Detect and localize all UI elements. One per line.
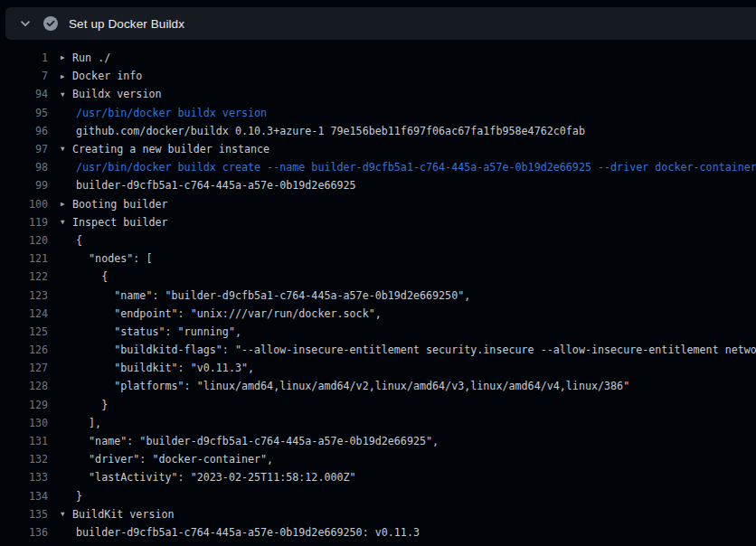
log-line: 126 "buildkitd-flags": "--allow-insecure… (0, 341, 756, 359)
line-content: "driver": "docker-container", (72, 453, 273, 466)
line-content: BuildKit version (72, 508, 175, 521)
log-line[interactable]: 100 ▶ Booting builder (0, 195, 756, 213)
line-number[interactable]: 94 (0, 88, 48, 100)
line-number[interactable]: 120 (0, 234, 48, 247)
step-title: Set up Docker Buildx (69, 17, 184, 31)
triangle-down-icon: ▼ (61, 146, 72, 153)
line-number[interactable]: 134 (0, 490, 48, 503)
line-number[interactable]: 119 (0, 216, 48, 229)
line-content: "buildkitd-flags": "--allow-insecure-ent… (72, 344, 756, 356)
line-content: { (72, 234, 82, 247)
log-line: 122 { (0, 268, 756, 286)
check-circle-icon (43, 16, 58, 31)
line-number[interactable]: 126 (0, 344, 48, 356)
line-content: builder-d9cfb5a1-c764-445a-a57e-0b19d2e6… (72, 526, 420, 539)
log-line: 123 "name": "builder-d9cfb5a1-c764-445a-… (0, 286, 756, 304)
line-number[interactable]: 128 (0, 380, 48, 392)
log-line: 129 } (0, 396, 756, 414)
line-number[interactable]: 1 (0, 52, 48, 64)
log-line: 127 "buildkit": "v0.11.3", (0, 359, 756, 377)
triangle-down-icon: ▼ (61, 219, 72, 226)
line-content: Buildx version (72, 88, 162, 100)
line-number[interactable]: 131 (0, 435, 48, 447)
line-content: "platforms": "linux/amd64,linux/amd64/v2… (72, 380, 629, 392)
line-number[interactable]: 136 (0, 526, 48, 539)
log-line[interactable]: 1 ▶ Run ./ (0, 49, 756, 67)
log-line: 98 /usr/bin/docker buildx create --name … (0, 158, 756, 176)
line-number[interactable]: 127 (0, 362, 48, 374)
line-number[interactable]: 96 (0, 125, 48, 137)
line-number[interactable]: 121 (0, 252, 48, 265)
line-number[interactable]: 95 (0, 107, 48, 119)
log-line: 95 /usr/bin/docker buildx version (0, 104, 756, 122)
triangle-down-icon: ▼ (61, 511, 72, 518)
line-content: "lastActivity": "2023-02-25T11:58:12.000… (72, 471, 356, 484)
line-number[interactable]: 122 (0, 270, 48, 283)
line-content: "name": "builder-d9cfb5a1-c764-445a-a57e… (72, 435, 439, 447)
log-line[interactable]: 97 ▼ Creating a new builder instance (0, 140, 756, 158)
chevron-down-icon (18, 16, 33, 31)
line-number[interactable]: 100 (0, 198, 48, 211)
line-content: } (72, 490, 82, 503)
triangle-right-icon: ▶ (61, 54, 72, 61)
line-number[interactable]: 97 (0, 143, 48, 155)
log-lines: 1 ▶ Run ./ 7 ▶ Docker info 94 ▼ Buildx v… (0, 49, 756, 546)
log-line[interactable]: 119 ▼ Inspect builder (0, 213, 756, 231)
log-line: 131 "name": "builder-d9cfb5a1-c764-445a-… (0, 432, 756, 450)
log-line: 124 "endpoint": "unix:///var/run/docker.… (0, 305, 756, 323)
line-content: "buildkit": "v0.11.3", (72, 362, 254, 374)
line-number[interactable]: 125 (0, 325, 48, 338)
line-content: } (72, 399, 108, 411)
triangle-down-icon: ▼ (61, 91, 72, 99)
line-content: builder-d9cfb5a1-c764-445a-a57e-0b19d2e6… (72, 179, 356, 192)
log-line[interactable]: 135 ▼ BuildKit version (0, 505, 756, 523)
line-number[interactable]: 132 (0, 453, 48, 466)
line-content: "name": "builder-d9cfb5a1-c764-445a-a57e… (72, 289, 470, 302)
line-number[interactable]: 124 (0, 307, 48, 320)
line-content: "status": "running", (72, 325, 241, 338)
log-line: 133 "lastActivity": "2023-02-25T11:58:12… (0, 468, 756, 486)
line-number[interactable]: 98 (0, 161, 48, 174)
log-line: 128 "platforms": "linux/amd64,linux/amd6… (0, 377, 756, 395)
line-number[interactable]: 123 (0, 289, 48, 302)
line-number[interactable]: 7 (0, 70, 48, 82)
line-content: "nodes": [ (72, 252, 152, 265)
line-content: Run ./ (72, 52, 110, 64)
log-line: 132 "driver": "docker-container", (0, 450, 756, 468)
line-content: github.com/docker/buildx 0.10.3+azure-1 … (72, 125, 585, 137)
line-content: { (72, 270, 108, 283)
log-line: 136 builder-d9cfb5a1-c764-445a-a57e-0b19… (0, 523, 756, 541)
log-line[interactable]: 94 ▼ Buildx version (0, 85, 756, 103)
line-number[interactable]: 130 (0, 417, 48, 429)
triangle-right-icon: ▶ (61, 73, 72, 80)
triangle-right-icon: ▶ (61, 201, 72, 208)
log-line: 121 "nodes": [ (0, 249, 756, 268)
line-content: /usr/bin/docker buildx create --name bui… (72, 161, 756, 174)
log-line: 134 } (0, 487, 756, 505)
line-content: Creating a new builder instance (72, 143, 269, 155)
line-content: "endpoint": "unix:///var/run/docker.sock… (72, 307, 382, 320)
line-content: /usr/bin/docker buildx version (72, 107, 267, 119)
line-number[interactable]: 99 (0, 179, 48, 192)
line-number[interactable]: 135 (0, 508, 48, 521)
actions-log-viewer: Set up Docker Buildx 1 ▶ Run ./ 7 ▶ Dock… (0, 0, 756, 546)
line-content: ], (72, 417, 101, 429)
line-content: Docker info (72, 70, 142, 82)
step-header-set-up-docker-buildx[interactable]: Set up Docker Buildx (5, 7, 756, 40)
line-number[interactable]: 133 (0, 471, 48, 484)
line-content: Booting builder (72, 198, 168, 211)
log-line[interactable]: 7 ▶ Docker info (0, 67, 756, 85)
line-content: Inspect builder (72, 216, 168, 229)
log-line: 130 ], (0, 414, 756, 432)
log-line: 99 builder-d9cfb5a1-c764-445a-a57e-0b19d… (0, 176, 756, 194)
log-line: 120 { (0, 231, 756, 249)
log-line: 96 github.com/docker/buildx 0.10.3+azure… (0, 122, 756, 140)
log-line: 125 "status": "running", (0, 323, 756, 341)
line-number[interactable]: 129 (0, 399, 48, 411)
